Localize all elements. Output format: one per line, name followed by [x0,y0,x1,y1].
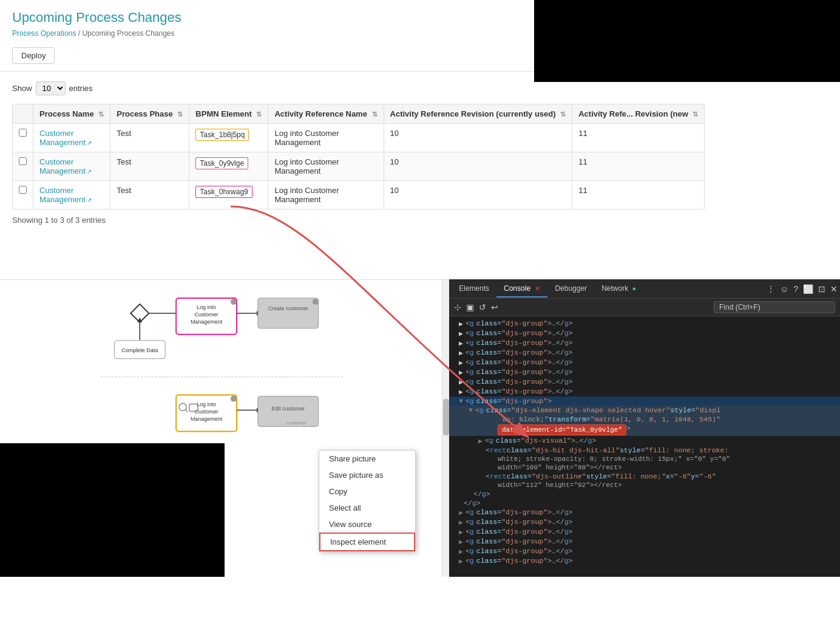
devtools-box-icon[interactable]: ▣ [466,302,474,312]
devtools-back-icon[interactable]: ↩ [491,302,498,312]
th-activity-ref-name[interactable]: Activity Reference Name ⇅ [268,104,384,124]
dom-line[interactable]: ▶ <g class="djs-group">…</g> [449,338,840,348]
th-bpmn-element[interactable]: BPMN Element ⇅ [189,104,268,124]
dom-line[interactable]: ▶ <g class="djs-group">…</g> [449,387,840,396]
sort-icon-revision-current: ⇅ [560,111,566,118]
context-menu-save[interactable]: Save picture as [319,467,415,483]
dom-line-close-outer[interactable]: </g> [449,498,840,508]
table-section: Show 10 25 50 entries Process Name ⇅ [0,72,534,234]
dom-line[interactable]: ▶ <g class="djs-group">…</g> [449,367,840,377]
breadcrumb-current: Upcoming Process Changes [82,29,174,38]
devtools-cursor-icon[interactable]: ⊹ [454,302,461,312]
row-process-name-0: Customer Management↗ [33,124,110,152]
breadcrumb-parent[interactable]: Process Operations [12,29,76,38]
th-activity-ref-revision-current[interactable]: Activity Reference Revision (currently u… [384,104,572,124]
devtools-icon-smile[interactable]: ☺ [780,284,788,294]
row-checkbox-2[interactable] [19,186,27,194]
edit-customer-cont: ...customer [282,420,307,426]
create-customer-box[interactable] [258,298,319,328]
devtools-icon-help[interactable]: ? [793,284,798,294]
triangle: ▶ [459,358,463,367]
dom-line-element[interactable]: ▼ <g class="djs-element djs-shape select… [449,406,840,415]
th-process-phase[interactable]: Process Phase ⇅ [110,104,189,124]
context-menu-share[interactable]: Share picture [319,451,415,467]
dom-line-visual[interactable]: ▶ <g class="djs-visual">…</g> [449,436,840,446]
table-row: Customer Management↗ Test Task_0hxwag9 L… [13,181,705,209]
row-process-name-1: Customer Management↗ [33,152,110,181]
dom-line-post-1[interactable]: ▶ <g class="djs-group">…</g> [449,508,840,517]
triangle: ▶ [459,387,463,396]
dom-line[interactable]: ▶ <g class="djs-group">…</g> [449,319,840,328]
th-checkbox [13,104,33,124]
triangle-visual: ▶ [478,437,483,445]
row-process-phase-1: Test [110,152,189,181]
entries-per-page-select[interactable]: 10 25 50 [36,81,66,95]
triangle-inner: ▼ [469,406,473,414]
dom-line-data-element-id[interactable]: data-element-id="Task_0y9vlge" > [449,424,840,436]
triangle-open: ▼ [459,397,463,405]
process-name-link-2[interactable]: Customer Management↗ [39,186,92,204]
gear-icon-create [313,299,319,305]
dom-line-post-2[interactable]: ▶ <g class="djs-group">…</g> [449,517,840,527]
devtools-tab-elements[interactable]: Elements [452,281,496,298]
dom-line-post-3[interactable]: ▶ <g class="djs-group">…</g> [449,527,840,537]
dom-line-open-group[interactable]: ▼ <g class="djs-group"> [449,396,840,406]
black-overlay-bottom-left [0,443,225,577]
triangle: ▶ [459,329,463,338]
bpmn-tag-0[interactable]: Task_1b8j5pq [195,129,249,141]
dom-line[interactable]: ▶ <g class="djs-group">…</g> [449,377,840,387]
dom-line[interactable]: ▶ <g class="djs-group">…</g> [449,328,840,338]
bpmn-tag-2[interactable]: Task_0hxwag9 [195,186,252,198]
devtools-icon-close[interactable]: ✕ [830,284,838,294]
entries-label: entries [69,84,93,93]
process-name-link-0[interactable]: Customer Management↗ [39,129,92,147]
th-process-name[interactable]: Process Name ⇅ [33,104,110,124]
row-checkbox-1[interactable] [19,157,27,165]
row-revision-new-2: 11 [572,181,705,209]
external-link-icon-2: ↗ [87,197,92,203]
context-menu-view-source[interactable]: View source [319,516,415,532]
row-checkbox-0[interactable] [19,129,27,137]
th-activity-ref-revision-new[interactable]: Activity Refe... Revision (new ⇅ [572,104,705,124]
triangle: ▶ [459,557,463,565]
dom-line-post-6[interactable]: ▶ <g class="djs-group">…</g> [449,556,840,566]
dom-line-element-2[interactable]: ay: block;" transform="matrix(1, 0, 0, 1… [449,415,840,424]
devtools-tab-network[interactable]: Network ● [594,281,643,298]
context-menu-copy[interactable]: Copy [319,483,415,500]
breadcrumb: Process Operations / Upcoming Process Ch… [12,29,522,38]
devtools-icon-undock[interactable]: ⊡ [818,284,825,294]
console-close-icon[interactable]: ✕ [535,285,540,292]
gear-icon-bottom [231,396,237,402]
bpmn-tag-1[interactable]: Task_0y9vlge [195,157,248,169]
dom-line[interactable]: ▶ <g class="djs-group">…</g> [449,358,840,367]
devtools-refresh-icon[interactable]: ↺ [479,302,486,312]
dom-line-post-4[interactable]: ▶ <g class="djs-group">…</g> [449,537,840,546]
devtools-icon-settings[interactable]: ⋮ [767,284,775,294]
page-header: Upcoming Process Changes Process Operati… [0,0,534,43]
deploy-button[interactable]: Deploy [12,47,55,64]
diagram-scrollbar-thumb[interactable] [443,399,449,435]
diagram-scrollbar[interactable] [442,280,449,577]
dom-line-rect-1c[interactable]: width="100" height="80"></rect> [449,463,840,472]
row-revision-current-2: 10 [384,181,572,209]
dom-line-close-inner[interactable]: </g> [449,489,840,498]
context-menu-select-all[interactable]: Select all [319,500,415,516]
devtools-tab-debugger[interactable]: Debugger [547,281,594,298]
table-controls: Show 10 25 50 entries [12,81,522,95]
dom-line-post-5[interactable]: ▶ <g class="djs-group">…</g> [449,546,840,556]
dom-line-rect-1[interactable]: <rect class="djs-hit djs-hit-all" style=… [449,446,840,455]
dom-line-rect-1b[interactable]: white; stroke-opacity: 0; stroke-width: … [449,455,840,463]
show-label: Show [12,84,32,93]
context-menu-inspect[interactable]: Inspect element [319,532,415,551]
toolbar: Deploy [0,43,534,72]
dom-line-rect-2[interactable]: <rect class="djs-outline" style="fill: n… [449,472,840,481]
dom-line-rect-2b[interactable]: width="112" height="92"></rect> [449,481,840,489]
network-green-dot: ● [632,285,636,292]
devtools-icon-dock[interactable]: ⬜ [803,284,813,294]
find-bar[interactable]: Find (Ctrl+F) [714,301,835,313]
triangle: ▶ [459,368,463,376]
process-name-link-1[interactable]: Customer Management↗ [39,157,92,175]
triangle: ▶ [459,537,463,546]
dom-line[interactable]: ▶ <g class="djs-group">…</g> [449,348,840,358]
devtools-tab-console[interactable]: Console ✕ [496,281,547,298]
